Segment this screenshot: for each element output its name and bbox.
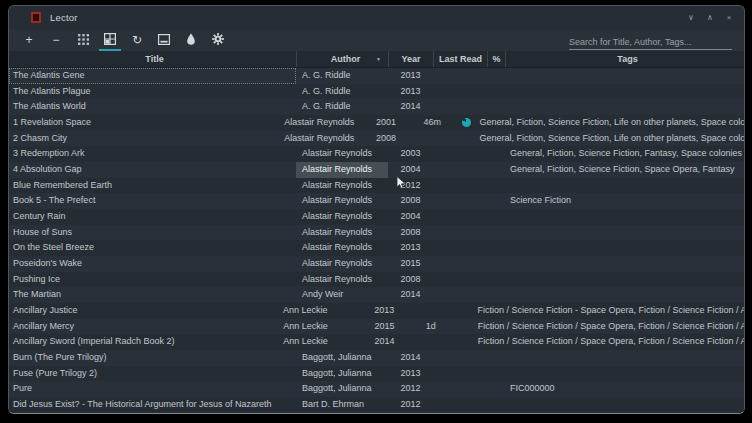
cell-year[interactable]: 2013 <box>388 84 433 100</box>
cell-year[interactable]: 2012 <box>388 381 433 397</box>
cell-tags[interactable] <box>505 350 744 366</box>
cell-last_read[interactable] <box>433 225 487 241</box>
remove-book-button[interactable]: − <box>46 31 66 49</box>
cell-title[interactable]: Fuse (Pure Trilogy 2) <box>9 366 296 382</box>
cell-tags[interactable]: Fiction / Science Fiction - Space Opera,… <box>472 303 744 319</box>
table-row[interactable]: Pushing IceAlastair Reynolds2008 <box>9 272 744 288</box>
cell-year[interactable]: 2012 <box>388 397 433 413</box>
color-theme-button[interactable] <box>181 31 201 49</box>
cell-tags[interactable] <box>505 397 744 413</box>
cell-last_read[interactable] <box>433 99 487 115</box>
cell-tags[interactable] <box>505 99 744 115</box>
cell-tags[interactable] <box>505 256 744 272</box>
table-row[interactable]: The Atlantis PlagueA. G. Riddle2013 <box>9 84 744 100</box>
cell-last_read[interactable] <box>433 366 487 382</box>
cell-tags[interactable]: General, Fiction, Science Fiction, Space… <box>505 162 744 178</box>
cell-year[interactable]: 2004 <box>388 162 433 178</box>
cell-last_read[interactable] <box>433 68 487 84</box>
cell-author[interactable]: Alastair Reynolds <box>278 131 365 147</box>
cell-title[interactable]: The Martian <box>9 287 296 303</box>
cell-year[interactable]: 2012 <box>388 178 433 194</box>
cell-pct[interactable] <box>487 146 505 162</box>
table-row[interactable]: 1 Revelation SpaceAlastair Reynolds20014… <box>9 115 744 131</box>
cell-year[interactable]: 2014 <box>388 287 433 303</box>
cell-last_read[interactable] <box>433 193 487 209</box>
cell-year[interactable]: 2014 <box>388 350 433 366</box>
table-row[interactable]: 3 Redemption ArkAlastair Reynolds2003Gen… <box>9 146 744 162</box>
cell-year[interactable]: 2008 <box>388 225 433 241</box>
cell-tags[interactable] <box>505 178 744 194</box>
cell-pct[interactable] <box>487 256 505 272</box>
cell-pct[interactable] <box>487 193 505 209</box>
cell-year[interactable]: 2001 <box>365 115 407 131</box>
cell-pct[interactable] <box>487 162 505 178</box>
column-header-title[interactable]: Title <box>9 51 296 67</box>
cell-last_read[interactable] <box>433 84 487 100</box>
cell-title[interactable]: 3 Redemption Ark <box>9 146 296 162</box>
table-row[interactable]: Ancillary Sword (Imperial Radch Book 2)A… <box>9 334 744 350</box>
table-row[interactable]: House of SunsAlastair Reynolds2008 <box>9 225 744 241</box>
cell-last_read[interactable] <box>433 209 487 225</box>
cell-author[interactable]: A. G. Riddle <box>296 99 388 115</box>
table-row[interactable]: The Atlantis WorldA. G. Riddle2014 <box>9 99 744 115</box>
cell-tags[interactable]: General, Fiction, Science Fiction, Life … <box>475 115 744 131</box>
cell-pct[interactable] <box>458 115 475 131</box>
cell-year[interactable]: 2014 <box>364 334 406 350</box>
cell-author[interactable]: Bart D. Ehrman <box>296 397 388 413</box>
cell-title[interactable]: The Atlantis World <box>9 99 296 115</box>
cell-pct[interactable] <box>458 131 475 147</box>
cell-tags[interactable]: General, Fiction, Science Fiction, Fanta… <box>505 146 744 162</box>
cell-pct[interactable] <box>487 240 505 256</box>
cell-tags[interactable]: Science Fiction <box>505 193 744 209</box>
cover-view-button[interactable] <box>154 31 174 49</box>
cell-author[interactable]: Baggott, Julianna <box>296 366 388 382</box>
column-header-author[interactable]: Author ▼ <box>296 51 388 67</box>
cell-title[interactable]: Poseidon's Wake <box>9 256 296 272</box>
table-row[interactable]: Book 5 - The PrefectAlastair Reynolds200… <box>9 193 744 209</box>
cell-year[interactable]: 2013 <box>388 366 433 382</box>
cell-year[interactable]: 2003 <box>388 146 433 162</box>
cell-pct[interactable] <box>487 178 505 194</box>
cell-pct[interactable] <box>487 272 505 288</box>
cell-title[interactable]: House of Suns <box>9 225 296 241</box>
search-input[interactable] <box>569 35 732 50</box>
cell-title[interactable]: 4 Absolution Gap <box>9 162 296 178</box>
cell-last_read[interactable] <box>433 272 487 288</box>
cell-title[interactable]: Pushing Ice <box>9 272 296 288</box>
table-row[interactable]: Fuse (Pure Trilogy 2)Baggott, Julianna20… <box>9 366 744 382</box>
cell-title[interactable]: Burn (The Pure Trilogy) <box>9 350 296 366</box>
cell-tags[interactable] <box>505 287 744 303</box>
cell-title[interactable]: 2 Chasm City <box>9 131 278 147</box>
cell-year[interactable]: 2013 <box>363 303 405 319</box>
cell-author[interactable]: Ann Leckie <box>277 319 363 335</box>
cell-author[interactable]: Alastair Reynolds <box>296 146 388 162</box>
table-row[interactable]: Ancillary MercyAnn Leckie20151dFiction /… <box>9 319 744 335</box>
cell-year[interactable]: 2015 <box>364 319 406 335</box>
table-row[interactable]: Blue Remembered EarthAlastair Reynolds20… <box>9 178 744 194</box>
cell-author[interactable]: Andy Weir <box>296 287 388 303</box>
cell-pct[interactable] <box>456 303 473 319</box>
maximize-button[interactable]: ∧ <box>705 13 715 22</box>
cell-pct[interactable] <box>487 366 505 382</box>
cell-title[interactable]: The Atlantis Plague <box>9 84 296 100</box>
cell-year[interactable]: 2004 <box>388 209 433 225</box>
table-view-button[interactable] <box>100 31 120 49</box>
table-row[interactable]: Ancillary JusticeAnn Leckie2013Fiction /… <box>9 303 744 319</box>
cell-last_read[interactable] <box>433 240 487 256</box>
table-row[interactable]: Century RainAlastair Reynolds2004 <box>9 209 744 225</box>
cell-title[interactable]: Ancillary Sword (Imperial Radch Book 2) <box>9 334 277 350</box>
cell-author[interactable]: Alastair Reynolds <box>296 162 388 178</box>
cell-author[interactable]: Baggott, Julianna <box>296 350 388 366</box>
cell-title[interactable]: Ancillary Mercy <box>9 319 277 335</box>
cell-tags[interactable] <box>505 68 744 84</box>
cell-pct[interactable] <box>487 225 505 241</box>
cell-author[interactable]: Alastair Reynolds <box>296 256 388 272</box>
cell-pct[interactable] <box>487 350 505 366</box>
table-row[interactable]: 2 Chasm CityAlastair Reynolds2008General… <box>9 131 744 147</box>
cell-author[interactable]: Alastair Reynolds <box>296 193 388 209</box>
cell-pct[interactable] <box>487 287 505 303</box>
add-book-button[interactable]: + <box>19 31 39 49</box>
cell-last_read[interactable] <box>433 381 487 397</box>
cell-last_read[interactable] <box>407 131 458 147</box>
cell-last_read[interactable] <box>433 178 487 194</box>
